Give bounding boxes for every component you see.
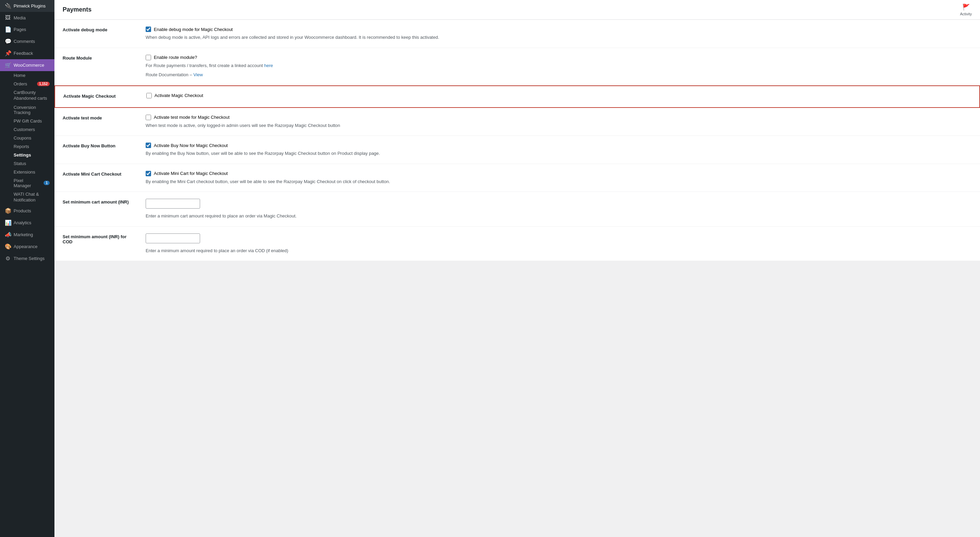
products-icon: 📦 xyxy=(5,207,11,214)
sidebar-item-cartbounty[interactable]: CartBounty Abandoned carts xyxy=(9,88,54,103)
checkbox-buy-now[interactable] xyxy=(146,143,151,148)
sidebar-item-extensions[interactable]: Extensions xyxy=(9,168,54,176)
sidebar-item-pixelmanager[interactable]: Pixel Manager 1 xyxy=(9,176,54,190)
pixelmanager-badge: 1 xyxy=(43,181,50,185)
appearance-icon: 🎨 xyxy=(5,243,11,250)
checkbox-debug-mode[interactable] xyxy=(146,27,151,32)
checkbox-row-buynow: Activate Buy Now for Magic Checkout xyxy=(146,143,972,148)
sidebar-item-media[interactable]: 🖼 Media xyxy=(0,12,54,24)
checkbox-row-route: Enable route module? xyxy=(146,55,972,60)
pages-icon: 📄 xyxy=(5,26,11,33)
control-min-cart-amount: Enter a minimum cart amount required to … xyxy=(146,199,972,220)
media-icon: 🖼 xyxy=(5,14,11,21)
marketing-icon: 📣 xyxy=(5,231,11,238)
activity-button[interactable]: 🚩 Activity xyxy=(960,3,972,16)
checkbox-test-mode[interactable] xyxy=(146,115,151,120)
sidebar-item-status[interactable]: Status xyxy=(9,159,54,168)
desc-route-docs: Route Documentation – View xyxy=(146,72,972,78)
checkbox-route-module[interactable] xyxy=(146,55,151,60)
feedback-icon: 📌 xyxy=(5,50,11,56)
sidebar-item-pwgift[interactable]: PW Gift Cards xyxy=(9,117,54,125)
sidebar-item-reports[interactable]: Reports xyxy=(9,142,54,151)
input-min-cod-amount[interactable] xyxy=(146,233,200,243)
sidebar-item-home[interactable]: Home xyxy=(9,71,54,80)
desc-debug-mode: When debug mode is active, API logs and … xyxy=(146,34,972,41)
route-view-link[interactable]: View xyxy=(193,72,203,77)
settings-row-magic-checkout: Activate Magic Checkout Activate Magic C… xyxy=(54,85,980,108)
topbar: Payments 🚩 Activity xyxy=(54,0,980,20)
pimwick-icon: 🔌 xyxy=(5,3,11,9)
settings-table: Activate debug mode Enable debug mode fo… xyxy=(54,20,980,261)
control-route-module: Enable route module? For Route payments … xyxy=(146,55,972,78)
page-title: Payments xyxy=(63,6,92,13)
sidebar-item-woocommerce[interactable]: 🛒 WooCommerce xyxy=(0,59,54,71)
settings-row-mini-cart: Activate Mini Cart Checkout Activate Min… xyxy=(54,164,980,192)
desc-min-cart-amount: Enter a minimum cart amount required to … xyxy=(146,213,972,220)
input-min-cart-amount[interactable] xyxy=(146,199,200,209)
checkbox-label-test: Activate test mode for Magic Checkout xyxy=(154,115,230,120)
control-min-cod-amount: Enter a minimum amount required to place… xyxy=(146,233,972,254)
sidebar-item-wati[interactable]: WATI Chat & Notification xyxy=(9,190,54,205)
checkbox-label-buynow: Activate Buy Now for Magic Checkout xyxy=(154,143,228,148)
sidebar-item-orders[interactable]: Orders 1,152 xyxy=(9,80,54,88)
checkbox-magic-checkout[interactable] xyxy=(146,93,152,98)
control-mini-cart: Activate Mini Cart for Magic Checkout By… xyxy=(146,171,972,185)
orders-badge: 1,152 xyxy=(37,82,50,86)
desc-test-mode: When test mode is active, only logged-in… xyxy=(146,122,972,129)
desc-buy-now: By enabling the Buy Now button, user wil… xyxy=(146,150,972,157)
sidebar-item-marketing[interactable]: 📣 Marketing xyxy=(0,229,54,241)
checkbox-row-minicart: Activate Mini Cart for Magic Checkout xyxy=(146,171,972,176)
theme-icon: ⚙ xyxy=(5,255,11,262)
settings-row-test-mode: Activate test mode Activate test mode fo… xyxy=(54,108,980,136)
sidebar-item-feedback[interactable]: 📌 Feedback xyxy=(0,47,54,59)
label-debug-mode: Activate debug mode xyxy=(63,27,137,32)
control-debug-mode: Enable debug mode for Magic Checkout Whe… xyxy=(146,27,972,41)
analytics-icon: 📊 xyxy=(5,220,11,226)
sidebar-item-appearance[interactable]: 🎨 Appearance xyxy=(0,241,54,252)
woocommerce-icon: 🛒 xyxy=(5,62,11,69)
sidebar-item-customers[interactable]: Customers xyxy=(9,125,54,134)
checkbox-label-route: Enable route module? xyxy=(154,55,197,60)
sidebar-item-theme[interactable]: ⚙ Theme Settings xyxy=(0,252,54,265)
sidebar-item-pimwick[interactable]: 🔌 Pimwick Plugins xyxy=(0,0,54,12)
sidebar-item-settings[interactable]: Settings xyxy=(9,151,54,159)
desc-route-module: For Route payments / transfers, first cr… xyxy=(146,62,972,69)
sidebar-item-analytics[interactable]: 📊 Analytics xyxy=(0,217,54,229)
control-magic-checkout: Activate Magic Checkout xyxy=(146,93,971,100)
checkbox-mini-cart[interactable] xyxy=(146,171,151,176)
settings-row-min-cod-amount: Set minimum amount (INR) for COD Enter a… xyxy=(54,227,980,261)
desc-min-cod-amount: Enter a minimum amount required to place… xyxy=(146,247,972,254)
sidebar: 🔌 Pimwick Plugins 🖼 Media 📄 Pages 💬 Comm… xyxy=(0,0,54,537)
checkbox-label-debug: Enable debug mode for Magic Checkout xyxy=(154,27,233,32)
desc-mini-cart: By enabling the Mini Cart checkout butto… xyxy=(146,178,972,185)
main-area: Payments 🚩 Activity Activate debug mode … xyxy=(54,0,980,537)
settings-row-min-cart-amount: Set minimum cart amount (INR) Enter a mi… xyxy=(54,192,980,227)
checkbox-label-minicart: Activate Mini Cart for Magic Checkout xyxy=(154,171,228,176)
sidebar-item-conversion[interactable]: Conversion Tracking xyxy=(9,103,54,117)
label-mini-cart: Activate Mini Cart Checkout xyxy=(63,171,137,177)
label-min-cod-amount: Set minimum amount (INR) for COD xyxy=(63,233,137,244)
control-buy-now: Activate Buy Now for Magic Checkout By e… xyxy=(146,143,972,157)
label-route-module: Route Module xyxy=(63,55,137,61)
control-test-mode: Activate test mode for Magic Checkout Wh… xyxy=(146,115,972,129)
checkbox-row-debug: Enable debug mode for Magic Checkout xyxy=(146,27,972,32)
checkbox-row-test: Activate test mode for Magic Checkout xyxy=(146,115,972,120)
route-here-link[interactable]: here xyxy=(264,63,273,68)
label-buy-now: Activate Buy Now Button xyxy=(63,143,137,148)
comments-icon: 💬 xyxy=(5,38,11,45)
woo-submenu: Home Orders 1,152 CartBounty Abandoned c… xyxy=(0,71,54,205)
activity-flag-icon: 🚩 xyxy=(962,3,970,11)
label-min-cart-amount: Set minimum cart amount (INR) xyxy=(63,199,137,204)
checkbox-label-magic: Activate Magic Checkout xyxy=(154,93,203,98)
settings-row-route-module: Route Module Enable route module? For Ro… xyxy=(54,48,980,85)
settings-row-buy-now: Activate Buy Now Button Activate Buy Now… xyxy=(54,136,980,164)
checkbox-row-magic: Activate Magic Checkout xyxy=(146,93,971,98)
sidebar-item-pages[interactable]: 📄 Pages xyxy=(0,24,54,35)
settings-content: Activate debug mode Enable debug mode fo… xyxy=(54,20,980,537)
sidebar-item-coupons[interactable]: Coupons xyxy=(9,134,54,142)
label-magic-checkout: Activate Magic Checkout xyxy=(63,93,138,99)
sidebar-item-products[interactable]: 📦 Products xyxy=(0,205,54,217)
label-test-mode: Activate test mode xyxy=(63,115,137,121)
settings-row-debug-mode: Activate debug mode Enable debug mode fo… xyxy=(54,20,980,48)
sidebar-item-comments[interactable]: 💬 Comments xyxy=(0,35,54,47)
